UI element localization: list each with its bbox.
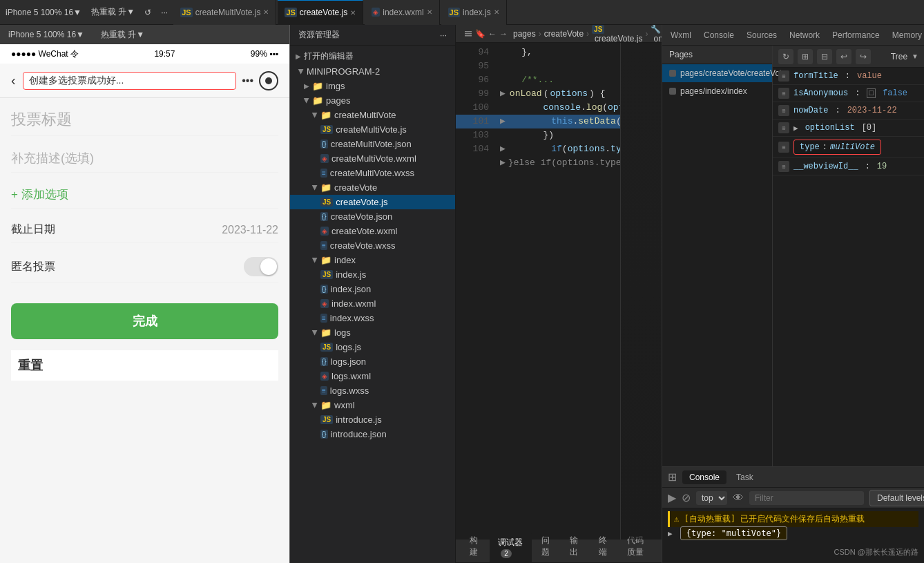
undo-button[interactable]: ↩ — [836, 49, 851, 64]
file-introduce-js[interactable]: JS introduce.js — [290, 412, 455, 427]
eye-icon[interactable]: 👁 — [733, 492, 744, 504]
console-entry-obj[interactable]: ▶ {type: "multiVote"} — [668, 527, 918, 540]
tab-build[interactable]: 构建 — [461, 531, 488, 562]
file-createMultiVote-js[interactable]: JS createMultiVote.js — [290, 122, 455, 137]
folder-pages[interactable]: ▶ 📁 pages — [290, 93, 455, 108]
block-icon[interactable]: ⊘ — [682, 491, 691, 504]
file-logs-wxml[interactable]: ◈ logs.wxml — [290, 369, 455, 383]
reload-icon[interactable]: ↺ — [144, 8, 151, 17]
key-webviewId: __webviewId__ — [793, 162, 858, 171]
key-isAnonymous: isAnonymous — [793, 88, 848, 98]
chevron-icon: ▶ — [311, 403, 319, 408]
tab-createVote[interactable]: JS createVote.js ✕ — [278, 0, 363, 25]
file-index-json[interactable]: {} index.json — [290, 282, 455, 296]
date-value[interactable]: 2023-11-22 — [222, 224, 278, 236]
tab-task[interactable]: Task — [729, 470, 760, 484]
collapse-button[interactable]: ⊟ — [817, 49, 832, 64]
breadcrumb-nav[interactable]: 🔖 ← → — [464, 29, 508, 39]
file-index-wxss[interactable]: ≡ index.wxss — [290, 311, 455, 325]
folder-wxml[interactable]: ▶ 📁 wxml — [290, 398, 455, 412]
file-createMultiVote-wxss[interactable]: ≡ createMultiVote.wxss — [290, 166, 455, 180]
vote-title-placeholder[interactable]: 投票标题 — [11, 109, 278, 136]
vote-desc-placeholder[interactable]: 补充描述(选填) — [11, 150, 278, 173]
file-createVote-json[interactable]: {} createVote.json — [290, 209, 455, 224]
opened-editors-section[interactable]: ▶ 打开的编辑器 — [290, 48, 455, 64]
folder-imgs[interactable]: ▶ 📁 imgs — [290, 79, 455, 93]
record-button[interactable] — [259, 71, 278, 90]
row-icon: ⊞ — [778, 161, 789, 172]
reset-button[interactable]: 重置 — [11, 350, 278, 381]
level-dropdown[interactable]: Default levels — [869, 490, 924, 506]
js-file-icon: JS — [320, 415, 333, 424]
more-options-icon[interactable]: ··· — [440, 30, 447, 40]
close-icon[interactable]: ✕ — [427, 8, 432, 16]
more-menu-icon[interactable]: ••• — [242, 75, 253, 87]
phone-status-bar: ●●●●● WeChat 令 19:57 99% ▪▪▪ — [0, 44, 289, 64]
tab-memory[interactable]: Memory — [887, 28, 924, 43]
tab-createMultiVote[interactable]: JS createMultiVote.js ✕ — [173, 0, 276, 25]
top-dropdown[interactable]: top — [696, 491, 727, 505]
tab-terminal[interactable]: 终端 — [590, 531, 617, 562]
page-item-createVote[interactable]: pages/createVote/createVote — [662, 64, 772, 82]
redo-button[interactable]: ↪ — [856, 49, 871, 64]
tab-console[interactable]: Console — [698, 28, 740, 43]
file-createVote-js[interactable]: JS createVote.js — [290, 195, 455, 209]
tab-performance[interactable]: Performance — [827, 28, 885, 43]
back-nav[interactable]: ← — [488, 29, 497, 39]
warn-text: ⚠ [自动热重载] 已开启代码文件保存后自动热重载 — [674, 514, 865, 524]
folder-index[interactable]: ▶ 📁 index — [290, 253, 455, 267]
anon-toggle[interactable] — [244, 257, 278, 276]
project-root[interactable]: ▶ MINIPROGRAM-2 — [290, 64, 455, 79]
tab-index-wxml[interactable]: ◈ index.wxml ✕ — [365, 0, 439, 25]
add-option-button[interactable]: + 添加选项 — [11, 187, 278, 209]
tab-problems[interactable]: 问题 — [533, 531, 560, 562]
nav-title-input[interactable] — [23, 72, 237, 90]
file-index-wxml[interactable]: ◈ index.wxml — [290, 296, 455, 311]
file-index-js[interactable]: JS index.js — [290, 267, 455, 282]
breadcrumb-onLoad[interactable]: 🔧 onLoad — [651, 25, 662, 44]
tab-wxml[interactable]: Wxml — [665, 28, 697, 43]
line-content: ▶onLoad(options) { — [500, 87, 605, 101]
close-icon[interactable]: ✕ — [350, 9, 356, 17]
page-item-index[interactable]: pages/index/index — [662, 82, 772, 100]
file-introduce-json[interactable]: {} introduce.json — [290, 427, 455, 441]
file-logs-wxss[interactable]: ≡ logs.wxss — [290, 383, 455, 398]
tab-sources[interactable]: Sources — [741, 28, 782, 43]
wxss-file-icon: ≡ — [320, 386, 327, 395]
file-logs-js[interactable]: JS logs.js — [290, 340, 455, 354]
refresh-button[interactable]: ↻ — [778, 49, 793, 64]
file-logs-json[interactable]: {} logs.json — [290, 354, 455, 369]
folder-createVote[interactable]: ▶ 📁 createVote — [290, 180, 455, 195]
tab-index-js[interactable]: JS index.js ✕ — [441, 0, 507, 25]
forward-nav[interactable]: → — [499, 29, 508, 39]
close-icon[interactable]: ✕ — [263, 8, 269, 16]
breadcrumb-file[interactable]: JS createVote.js — [592, 25, 642, 44]
expand-icon[interactable]: ▶ — [793, 124, 798, 133]
folder-createMultiVote[interactable]: ▶ 📁 createMultiVote — [290, 108, 455, 122]
tab-console-bottom[interactable]: Console — [682, 470, 726, 484]
folder-icon: 📁 — [312, 81, 323, 91]
chevron-icon: ▶ — [311, 113, 319, 118]
file-createMultiVote-wxml[interactable]: ◈ createMultiVote.wxml — [290, 151, 455, 166]
expand-button[interactable]: ⊞ — [798, 49, 813, 64]
file-createVote-wxml[interactable]: ◈ createVote.wxml — [290, 224, 455, 238]
done-button[interactable]: 完成 — [11, 303, 278, 339]
more-icon[interactable]: ··· — [161, 8, 168, 17]
tab-debug[interactable]: 调试器 2 — [490, 533, 532, 562]
main-content: iPhone 5 100% 16▼ 热重载 升▼ ●●●●● WeChat 令 … — [0, 25, 924, 563]
file-createMultiVote-json[interactable]: {} createMultiVote.json — [290, 137, 455, 151]
expand-icon[interactable]: ▶ — [668, 529, 673, 538]
folder-logs[interactable]: ▶ 📁 logs — [290, 325, 455, 340]
breadcrumb-createVote[interactable]: createVote — [544, 29, 584, 39]
colon: : — [835, 106, 840, 115]
back-button[interactable]: ‹ — [11, 73, 16, 88]
devtools-main: Pages pages/createVote/createVote pages/… — [662, 46, 924, 563]
tab-network[interactable]: Network — [784, 28, 825, 43]
file-createVote-wxss[interactable]: ≡ createVote.wxss — [290, 238, 455, 253]
breadcrumb-pages[interactable]: pages — [513, 29, 536, 39]
close-icon[interactable]: ✕ — [494, 8, 499, 16]
filter-input[interactable] — [749, 491, 864, 505]
code-line: 96 /**... — [456, 73, 620, 87]
code-lines[interactable]: 94 }, 95 96 /**... 99 ▶onLoad(options) { — [456, 43, 620, 540]
tab-output[interactable]: 输出 — [561, 531, 588, 562]
